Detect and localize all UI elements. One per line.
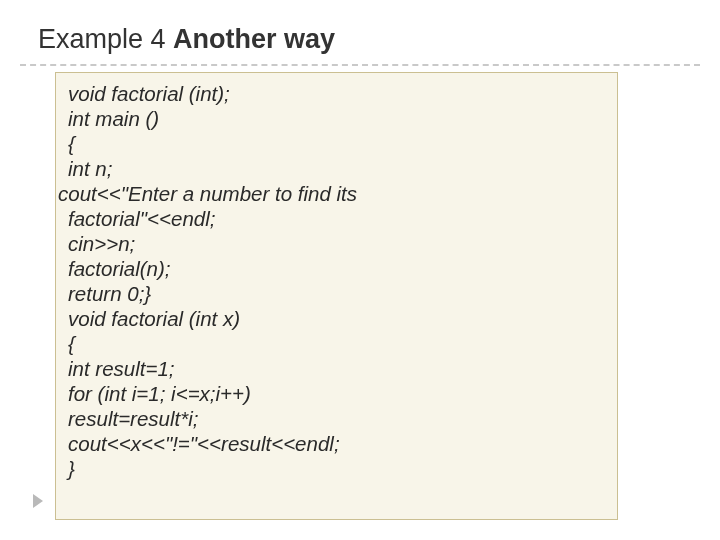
- slide-title: Example 4 Another way: [38, 24, 335, 55]
- code-line: result=result*i;: [68, 406, 607, 431]
- code-line: factorial"<<endl;: [68, 206, 607, 231]
- slide: Example 4 Another way void factorial (in…: [0, 0, 720, 540]
- title-text-bold: Another way: [173, 24, 335, 54]
- code-line: int n;: [68, 156, 607, 181]
- code-line: return 0;}: [68, 281, 607, 306]
- code-box: void factorial (int); int main () { int …: [55, 72, 618, 520]
- code-line: factorial(n);: [68, 256, 607, 281]
- title-text-plain: Example 4: [38, 24, 173, 54]
- bullet-arrow-icon: [33, 494, 43, 508]
- code-line: }: [68, 456, 607, 481]
- code-line: void factorial (int x): [68, 306, 607, 331]
- code-line: cout<<"Enter a number to find its: [58, 181, 607, 206]
- code-line: void factorial (int);: [68, 81, 607, 106]
- code-line: for (int i=1; i<=x;i++): [68, 381, 607, 406]
- code-line: int main (): [68, 106, 607, 131]
- code-line: {: [68, 131, 607, 156]
- title-divider: [20, 64, 700, 66]
- code-line: {: [68, 331, 607, 356]
- code-line: cout<<x<<"!="<<result<<endl;: [68, 431, 607, 456]
- code-line: int result=1;: [68, 356, 607, 381]
- code-line: cin>>n;: [68, 231, 607, 256]
